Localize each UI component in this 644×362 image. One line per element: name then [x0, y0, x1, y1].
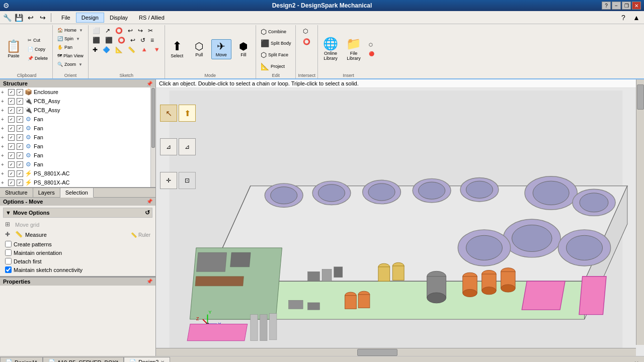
- project-btn[interactable]: 📐Project: [258, 61, 287, 72]
- design1-tab[interactable]: 📄 Design1*: [0, 357, 43, 362]
- intersect-btn-2[interactable]: ⭕: [300, 37, 313, 47]
- collapse-move-icon[interactable]: ▼: [6, 210, 11, 216]
- detach-first-cb[interactable]: [5, 258, 12, 264]
- tree-item-fan2[interactable]: + ✓ ✓ ⚙ Fan: [0, 124, 155, 133]
- checkbox2-ps2[interactable]: ✓: [17, 179, 23, 186]
- design2-tab[interactable]: 📄 Design2 ✕: [124, 357, 170, 362]
- paste-btn[interactable]: 📋 Paste: [3, 38, 24, 60]
- online-library-btn[interactable]: 🌐 Online Library: [320, 36, 341, 63]
- vscroll-thumb[interactable]: [637, 84, 644, 110]
- sketch-btn-11[interactable]: ↺: [138, 36, 147, 45]
- tree-item-fan1[interactable]: + ✓ ✓ ⚙ Fan: [0, 115, 155, 124]
- options-pin[interactable]: 📌: [146, 199, 152, 205]
- tree-scroll-thumb[interactable]: [151, 88, 155, 148]
- combine-btn[interactable]: ⬡Combine: [258, 26, 289, 37]
- move-btn[interactable]: ✈ Move: [211, 39, 231, 59]
- sketch-btn-8[interactable]: ⬛: [103, 36, 115, 45]
- cursor-btn[interactable]: ⬆: [179, 105, 196, 122]
- checkbox-pcb2[interactable]: ✓: [8, 107, 15, 114]
- sketch-btn-1[interactable]: ⬜: [91, 26, 102, 35]
- checkbox-fan2[interactable]: ✓: [8, 125, 15, 132]
- split-body-btn[interactable]: ⬛Split Body: [258, 38, 294, 49]
- file-menu[interactable]: File: [56, 13, 76, 23]
- viewport[interactable]: Click an object. Double-click to select …: [156, 79, 644, 356]
- server-box-tab[interactable]: 📄 A10-B5_SERVER_BOX*: [43, 357, 124, 362]
- checkbox2-fan2[interactable]: ✓: [17, 125, 23, 132]
- fill-btn[interactable]: ⬢ Fill: [233, 39, 254, 59]
- plan-view-btn[interactable]: 🗺Plan View: [55, 52, 86, 60]
- tab-next-icon[interactable]: ▶: [637, 360, 642, 362]
- structure-pin[interactable]: 📌: [146, 81, 152, 86]
- snap-btn-2[interactable]: ⊿: [179, 138, 196, 155]
- hscroll-thumb[interactable]: [357, 349, 397, 356]
- pull-btn[interactable]: ⬡ Pull: [189, 39, 209, 59]
- tree-item-fan3[interactable]: + ✓ ✓ ⚙ Fan: [0, 133, 155, 142]
- select-btn[interactable]: ⬆ Select: [167, 38, 187, 60]
- file-library-btn[interactable]: 📁 File Library: [343, 36, 364, 63]
- checkbox-ps2[interactable]: ✓: [8, 179, 15, 186]
- sketch-btn-2[interactable]: ↗: [103, 26, 112, 35]
- orient-btn-2[interactable]: ⊡: [179, 172, 196, 189]
- minimize-btn[interactable]: −: [612, 2, 621, 10]
- sketch-btn-12[interactable]: ≡: [148, 36, 156, 45]
- viewport-scrollbar-h[interactable]: [156, 348, 636, 356]
- tree-item-fan5[interactable]: + ✓ ✓ ⚙ Fan: [0, 151, 155, 160]
- checkbox-fan4[interactable]: ✓: [8, 143, 15, 150]
- rs-allied-menu[interactable]: RS / Allied: [133, 13, 170, 23]
- sketch-btn-6[interactable]: ✂: [146, 26, 155, 35]
- maintain-orientation-cb[interactable]: [5, 249, 12, 256]
- checkbox2-fan6[interactable]: ✓: [17, 161, 23, 168]
- insert-small-2[interactable]: 🔴: [366, 50, 377, 58]
- intersect-btn-1[interactable]: ⬡: [300, 26, 310, 36]
- clipboard-small-2[interactable]: 📄Copy: [25, 45, 50, 53]
- sketch-btn-7[interactable]: ⬛: [91, 36, 102, 45]
- sketch-btn-17[interactable]: 🔺: [138, 45, 150, 54]
- zoom-btn[interactable]: 🔍Zoom▼: [55, 60, 85, 68]
- sketch-btn-13[interactable]: ✚: [91, 45, 100, 54]
- select-mode-btn[interactable]: ↖: [160, 105, 177, 122]
- tree-item-fan6[interactable]: + ✓ ✓ ⚙ Fan: [0, 160, 155, 169]
- checkbox2-pcb1[interactable]: ✓: [17, 98, 23, 105]
- split-face-btn[interactable]: ⬡Split Face: [258, 49, 291, 60]
- design2-close[interactable]: ✕: [160, 359, 165, 363]
- sketch-btn-10[interactable]: ↩: [128, 36, 137, 45]
- structure-tab[interactable]: Structure: [0, 188, 33, 197]
- sketch-btn-16[interactable]: 📏: [126, 45, 137, 54]
- spin-btn[interactable]: 🔄Spin▼: [55, 35, 83, 43]
- restore-btn[interactable]: ❐: [622, 2, 631, 10]
- tree-scrollbar[interactable]: [150, 87, 155, 187]
- sketch-btn-4[interactable]: ↩: [126, 26, 135, 35]
- checkbox2-pcb2[interactable]: ✓: [17, 107, 23, 114]
- app-menu-icon[interactable]: 🔧: [2, 13, 12, 23]
- redo-icon[interactable]: ↪: [37, 12, 48, 23]
- sketch-btn-9[interactable]: ⭕: [116, 36, 127, 45]
- checkbox2-enclosure[interactable]: ✓: [17, 89, 23, 96]
- create-patterns-cb[interactable]: [5, 241, 12, 247]
- tree-item-ps1[interactable]: + ✓ ✓ ⚡ PS_8801X-AC: [0, 169, 155, 178]
- undo-icon[interactable]: ↩: [25, 12, 36, 23]
- design-menu[interactable]: Design: [76, 13, 104, 23]
- checkbox-fan1[interactable]: ✓: [8, 116, 15, 123]
- checkbox-fan5[interactable]: ✓: [8, 152, 15, 159]
- checkbox2-fan4[interactable]: ✓: [17, 143, 23, 150]
- sketch-btn-14[interactable]: 🔷: [101, 45, 112, 54]
- checkbox2-ps1[interactable]: ✓: [17, 170, 23, 177]
- tree-item-pcbassy2[interactable]: + ✓ ✓ 🔌 PCB_Assy: [0, 106, 155, 115]
- pan-btn[interactable]: ✋Pan: [55, 43, 75, 51]
- clipboard-small-1[interactable]: ✂Cut: [25, 36, 50, 44]
- checkbox2-fan5[interactable]: ✓: [17, 152, 23, 159]
- sketch-btn-15[interactable]: 📐: [113, 45, 125, 54]
- reset-move-icon[interactable]: ↺: [145, 209, 150, 216]
- tab-prev-icon[interactable]: ◀: [631, 360, 635, 362]
- viewport-scrollbar-v[interactable]: [636, 79, 644, 345]
- checkbox-enclosure[interactable]: ✓: [8, 89, 15, 96]
- collapse-ribbon-icon[interactable]: ▲: [631, 12, 642, 23]
- checkbox-pcb1[interactable]: ✓: [8, 98, 15, 105]
- home-btn[interactable]: 🏠Home▼: [55, 26, 86, 34]
- insert-small-1[interactable]: ⬡: [366, 41, 377, 49]
- properties-pin[interactable]: 📌: [146, 279, 152, 285]
- checkbox2-fan3[interactable]: ✓: [17, 134, 23, 141]
- help-icon[interactable]: ?: [618, 12, 629, 23]
- clipboard-small-3[interactable]: 📌Delete: [25, 54, 50, 62]
- orient-btn-1[interactable]: ✛: [160, 172, 177, 189]
